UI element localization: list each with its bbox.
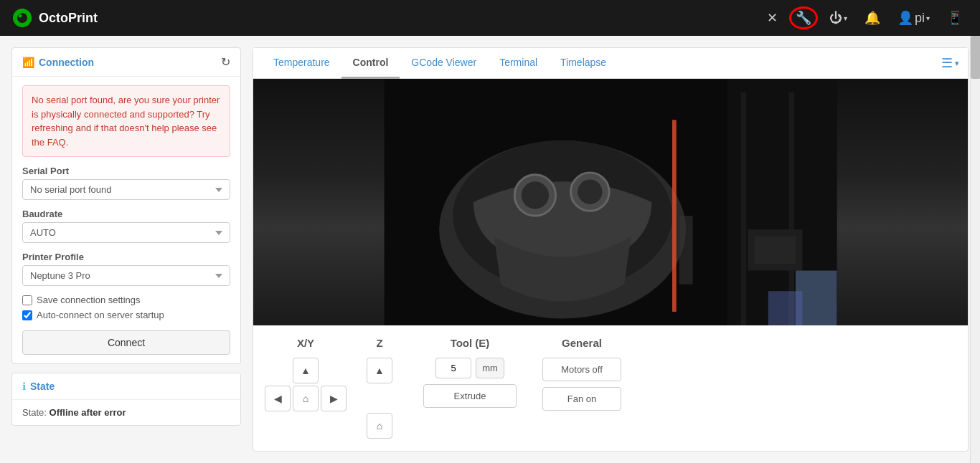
user-caret-icon: ▾	[926, 14, 930, 22]
content-area: 📶 Connection ↻ No serial port found, are…	[0, 36, 980, 463]
svg-rect-18	[768, 291, 803, 325]
svg-point-13	[578, 179, 602, 204]
state-status-text: State: Offline after error	[22, 407, 230, 418]
motors-off-button[interactable]: Motors off	[542, 358, 621, 381]
controls-columns: X/Y ▲ ◀ ⌂ ▶	[265, 337, 956, 439]
serial-port-group: Serial Port No serial port found	[22, 166, 230, 200]
connection-body: No serial port found, are you sure your …	[12, 77, 240, 363]
state-body: State: Offline after error	[12, 400, 240, 425]
scrollbar-thumb[interactable]	[971, 36, 980, 79]
tool-mm-row: 5 mm	[435, 358, 504, 378]
connect-button[interactable]: Connect	[22, 330, 230, 355]
state-title: State	[30, 381, 55, 392]
tabs-menu-caret: ▾	[955, 59, 959, 68]
xy-up-button[interactable]: ▲	[293, 358, 319, 383]
printer-profile-select[interactable]: Neptune 3 Pro	[22, 265, 230, 286]
printer-profile-label: Printer Profile	[22, 252, 230, 262]
wrench-icon: 🔧	[796, 10, 811, 26]
user-label: pi	[915, 11, 925, 26]
xy-arrow-grid: ▲ ◀ ⌂ ▶	[265, 358, 347, 439]
main-layout: 📶 Connection ↻ No serial port found, are…	[0, 36, 980, 463]
extrude-button[interactable]: Extrude	[423, 384, 517, 408]
svg-point-2	[19, 14, 22, 18]
svg-rect-14	[672, 120, 677, 312]
general-control-column: General Motors off Fan on	[539, 337, 625, 416]
brand: OctoPrint	[11, 7, 98, 29]
power-caret-icon: ▾	[844, 14, 847, 22]
user-icon: 👤	[897, 10, 913, 26]
brand-name: OctoPrint	[39, 11, 98, 26]
svg-point-1	[17, 13, 27, 23]
xy-label: X/Y	[297, 337, 314, 349]
save-connection-group: Save connection settings	[22, 295, 230, 305]
mm-unit-label: mm	[476, 358, 504, 378]
tab-timelapse[interactable]: Timelapse	[549, 48, 618, 79]
tab-terminal[interactable]: Terminal	[488, 48, 549, 79]
power-button[interactable]: ⏻ ▾	[824, 8, 853, 29]
cancel-icon: ✕	[767, 10, 778, 26]
xy-home-button[interactable]: ⌂	[293, 386, 319, 411]
connection-title: 📶 Connection	[22, 57, 94, 68]
xy-control-column: X/Y ▲ ◀ ⌂ ▶	[265, 337, 347, 439]
notifications-button[interactable]: 🔔	[859, 7, 886, 29]
serial-port-select[interactable]: No serial port found	[22, 179, 230, 200]
baudrate-label: Baudrate	[22, 209, 230, 219]
settings-button[interactable]: 🔧	[789, 6, 818, 29]
autoconnect-checkbox[interactable]	[22, 310, 32, 320]
svg-point-12	[522, 181, 549, 209]
autoconnect-label: Auto-connect on server startup	[37, 310, 164, 320]
fan-on-button[interactable]: Fan on	[542, 387, 621, 411]
octoprint-logo-icon	[11, 7, 33, 29]
printer-profile-group: Printer Profile Neptune 3 Pro	[22, 252, 230, 286]
camera-svg	[253, 79, 968, 325]
camera-feed	[253, 79, 968, 325]
left-panel: 📶 Connection ↻ No serial port found, are…	[11, 47, 241, 452]
z-label: Z	[376, 337, 382, 349]
z-up-button[interactable]: ▲	[367, 358, 392, 383]
tab-control[interactable]: Control	[341, 48, 400, 79]
z-home-button[interactable]: ⌂	[367, 413, 392, 439]
connection-panel: 📶 Connection ↻ No serial port found, are…	[11, 47, 241, 364]
autoconnect-group: Auto-connect on server startup	[22, 310, 230, 320]
svg-rect-7	[788, 92, 794, 325]
cancel-print-button[interactable]: ✕	[761, 7, 783, 29]
refresh-button[interactable]: ↻	[221, 55, 230, 69]
svg-rect-16	[755, 237, 796, 264]
svg-rect-6	[741, 92, 747, 325]
z-control-column: Z ▲ ⌂	[358, 337, 401, 439]
state-panel: ℹ State State: Offline after error	[11, 373, 241, 426]
menu-lines-icon: ☰	[941, 55, 953, 71]
general-label: General	[562, 337, 602, 349]
tabs-bar: Temperature Control GCode Viewer Termina…	[253, 48, 968, 79]
printer-camera-image	[253, 79, 968, 325]
state-header: ℹ State	[12, 373, 240, 400]
baudrate-select[interactable]: AUTO	[22, 222, 230, 243]
navbar: OctoPrint ✕ 🔧 ⏻ ▾ 🔔 👤 pi ▾ 📱	[0, 0, 980, 36]
mobile-icon: 📱	[947, 10, 963, 26]
tool-control-column: Tool (E) 5 mm Extrude	[413, 337, 527, 408]
controls-section: X/Y ▲ ◀ ⌂ ▶	[253, 325, 968, 451]
tab-temperature[interactable]: Temperature	[262, 48, 341, 79]
xy-left-button[interactable]: ◀	[265, 386, 291, 411]
power-icon: ⏻	[829, 11, 842, 26]
bell-icon: 🔔	[864, 10, 880, 26]
info-icon: ℹ	[22, 381, 26, 392]
xy-right-button[interactable]: ▶	[321, 386, 347, 411]
tab-gcode-viewer[interactable]: GCode Viewer	[400, 48, 488, 79]
svg-rect-19	[679, 216, 693, 285]
mobile-button[interactable]: 📱	[941, 7, 969, 29]
tabs-menu-button[interactable]: ☰ ▾	[941, 55, 959, 71]
save-connection-checkbox[interactable]	[22, 295, 32, 305]
no-port-alert: No serial port found, are you sure your …	[22, 85, 230, 157]
user-menu-button[interactable]: 👤 pi ▾	[892, 7, 936, 29]
scrollbar[interactable]	[970, 36, 980, 463]
connection-header: 📶 Connection ↻	[12, 48, 240, 77]
serial-port-label: Serial Port	[22, 166, 230, 176]
state-label: State:	[22, 407, 47, 418]
tool-label: Tool (E)	[451, 337, 490, 349]
mm-value-input[interactable]: 5	[435, 358, 471, 378]
z-arrows: ▲ ⌂	[367, 358, 392, 439]
baudrate-group: Baudrate AUTO	[22, 209, 230, 243]
right-panel: Temperature Control GCode Viewer Termina…	[253, 47, 969, 452]
save-connection-label: Save connection settings	[37, 295, 141, 305]
